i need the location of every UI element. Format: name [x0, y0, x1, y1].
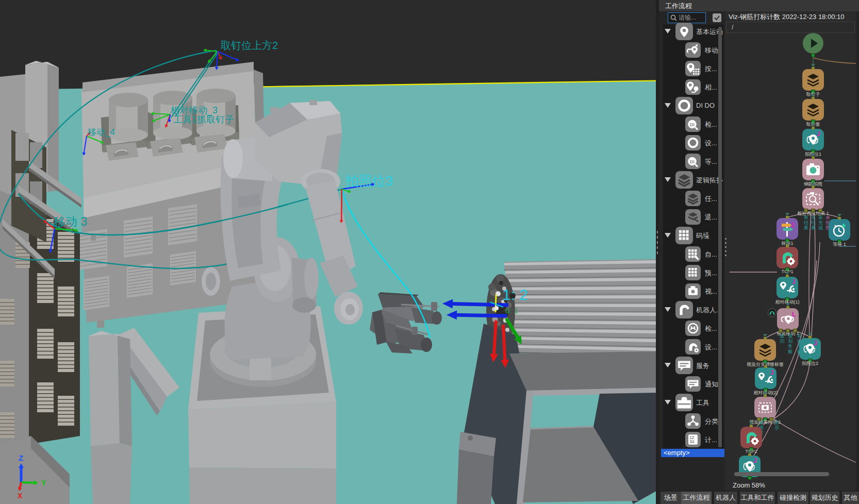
svg-text:取钉位上方2: 取钉位上方2 — [221, 40, 278, 51]
svg-text:Y: Y — [41, 479, 46, 487]
svg-text:拍照位3: 拍照位3 — [345, 173, 393, 189]
svg-text:0: 1: 0: 1 — [505, 306, 518, 315]
svg-text:1: 2: 1: 2 — [502, 286, 528, 303]
svg-text:J: J — [753, 457, 757, 464]
svg-text:L: L — [792, 310, 796, 318]
svg-text:工具1抓取钉子: 工具1抓取钉子 — [173, 114, 234, 125]
svg-text:Z: Z — [19, 453, 23, 462]
svg-text:1: 1 — [791, 221, 795, 229]
svg-text:DI: DI — [690, 159, 695, 164]
svg-text:移动_4: 移动_4 — [88, 127, 115, 137]
svg-text:J: J — [814, 340, 817, 347]
svg-text:DI: DI — [690, 122, 695, 127]
svg-text:移动 3: 移动 3 — [54, 215, 87, 228]
svg-text:X: X — [18, 492, 23, 500]
svg-text:J: J — [817, 130, 820, 138]
svg-text:J: J — [770, 369, 774, 376]
svg-text:J: J — [792, 278, 796, 285]
